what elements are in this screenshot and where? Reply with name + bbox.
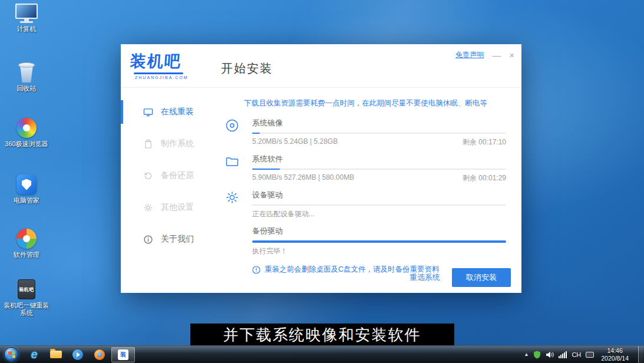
taskbar-clock[interactable]: 14:46 2020/8/14 [601,347,629,362]
media-player-icon [72,349,83,360]
gear-icon [225,190,252,219]
start-button[interactable] [4,347,19,362]
install-progress-panel: 下载且收集资源需要耗费一点时间，在此期间尽量不要使电脑休眠、断电等 系统镜像 5… [212,88,521,292]
task-detail: 正在匹配设备驱动... [252,209,315,219]
logo-swoosh [134,72,183,74]
cancel-install-button[interactable]: 取消安装 [452,268,511,287]
pinwheel-icon [16,229,37,249]
desktop-icon-label: 回收站 [17,85,37,93]
taskbar-ie-button[interactable] [24,347,44,362]
taskbar-browser-button[interactable] [90,347,110,362]
sidebar-item-make-system[interactable]: 制作系统 [121,128,212,160]
folder-icon [225,154,252,183]
sidebar-item-label: 在线重装 [161,107,194,117]
sidebar: 在线重装 制作系统 备份还原 其他设置 关于我们 [121,88,212,292]
zhuangjiba-box-icon: 装机吧 [18,279,35,299]
task-device-driver: 设备驱动 正在匹配设备驱动... [225,190,506,219]
ie-icon [31,348,37,361]
zhuangjiba-app-icon: 装 [118,349,128,360]
task-detail: 执行完毕！ [252,246,288,256]
task-detail: 5.20MB/s 5.24GB | 5.28GB [252,137,338,147]
progress-bar [252,133,506,134]
folder-icon [50,351,62,358]
browser-icon [94,349,105,360]
window-header: 装机吧 ZHUANGJIBA.COM 开始安装 免责声明 — × [121,44,521,88]
desktop-icon-label: 360极速浏览器 [5,140,48,148]
desktop-icon-pc-manager[interactable]: 电脑管家 [4,174,49,204]
windows-flag-icon [8,351,15,358]
clock-time: 14:46 [601,347,629,355]
tray-expand-icon[interactable]: ▲ [524,352,529,357]
desktop-icon-360-browser[interactable]: 360极速浏览器 [4,118,49,148]
usb-clipboard-icon [143,139,153,149]
desktop-icon-computer[interactable]: 计算机 [4,4,49,33]
progress-bar [252,240,506,243]
app-logo: 装机吧 ZHUANGJIBA.COM [130,51,189,80]
task-label: 系统软件 [252,154,506,164]
logo-text: 装机吧 [130,51,183,72]
browser-wheel-icon [16,118,37,138]
task-remaining: 剩余 00:17:10 [463,137,506,147]
antivirus-shield-icon[interactable] [533,351,541,359]
monitor-reinstall-icon [143,107,153,117]
task-label: 备份驱动 [252,226,506,236]
window-footer: 重选系统 取消安装 [212,263,521,292]
desktop-icon-label: 电脑管家 [14,197,39,204]
recycle-bin-icon [18,62,35,82]
keyboard-icon[interactable] [586,352,594,358]
reselect-system-button[interactable]: 重选系统 [409,272,440,283]
disc-icon [225,118,252,147]
task-system-image: 系统镜像 5.20MB/s 5.24GB | 5.28GB 剩余 00:17:1… [225,118,506,147]
network-icon[interactable] [559,351,567,358]
taskbar-zhuangjiba-button[interactable]: 装 [111,347,135,362]
desktop-icon-software-manager[interactable]: 软件管理 [4,229,49,259]
task-icon-empty [225,226,252,256]
computer-icon [15,4,38,23]
task-system-software: 系统软件 5.90MB/s 527.26MB | 580.00MB 剩余 00:… [225,154,506,183]
sidebar-item-label: 制作系统 [161,138,194,149]
task-label: 系统镜像 [252,118,506,128]
taskbar-media-player-button[interactable] [68,347,88,362]
sidebar-item-about-us[interactable]: 关于我们 [121,223,212,255]
clock-date: 2020/8/14 [601,355,629,362]
disclaimer-link[interactable]: 免责声明 [455,50,484,60]
desktop-icon-label: 装机吧一键重装系统 [4,302,49,317]
system-tray: ▲ CH 14:46 2020/8/14 [524,346,643,363]
page-title: 开始安装 [221,61,273,77]
sidebar-item-label: 关于我们 [161,234,194,245]
desktop: 计算机 回收站 360极速浏览器 电脑管家 软件管理 装机吧 装机吧一键重装系统… [0,0,644,363]
task-remaining: 剩余 00:01:29 [463,173,506,183]
zhuangjiba-window: 装机吧 ZHUANGJIBA.COM 开始安装 免责声明 — × 在线重装 制作… [121,44,521,293]
taskbar: 装 ▲ CH 14:46 2020/8/14 [0,345,644,363]
minimize-button[interactable]: — [492,51,501,60]
desktop-icon-recycle-bin[interactable]: 回收站 [4,62,49,93]
desktop-icon-label: 计算机 [17,25,37,33]
progress-bar [252,169,506,170]
desktop-icon-label: 软件管理 [14,251,39,259]
restore-arrows-icon [143,171,153,181]
sidebar-item-backup-restore[interactable]: 备份还原 [121,160,212,192]
subtitle-caption: 并下载系统映像和安装软件 [190,324,454,346]
task-detail: 5.90MB/s 527.26MB | 580.00MB [252,173,354,183]
language-indicator[interactable]: CH [572,351,581,358]
show-desktop-button[interactable] [638,346,643,363]
warning-text: 下载且收集资源需要耗费一点时间，在此期间尽量不要使电脑休眠、断电等 [225,98,506,108]
desktop-icon-zhuangjiba[interactable]: 装机吧 装机吧一键重装系统 [4,279,49,317]
sidebar-item-label: 备份还原 [161,170,194,181]
gear-icon [143,203,153,213]
logo-domain: ZHUANGJIBA.COM [135,75,189,80]
sidebar-item-label: 其他设置 [161,202,194,213]
task-label: 设备驱动 [252,190,506,200]
progress-bar [252,204,506,206]
task-backup-driver: 备份驱动 执行完毕！ [225,226,506,256]
volume-icon[interactable] [546,351,554,358]
sidebar-item-other-settings[interactable]: 其他设置 [121,192,212,223]
sidebar-item-online-reinstall[interactable]: 在线重装 [121,96,212,128]
shield-icon [16,174,37,194]
info-icon [143,235,153,245]
taskbar-explorer-button[interactable] [46,347,66,362]
close-button[interactable]: × [509,51,514,60]
